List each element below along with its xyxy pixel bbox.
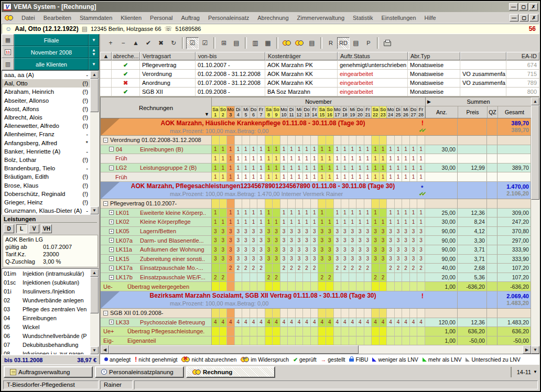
day-cell[interactable]: [242, 327, 250, 336]
day-cell[interactable]: 2: [356, 264, 364, 273]
day-cell[interactable]: [303, 199, 311, 208]
day-cell[interactable]: [395, 327, 403, 336]
day-cell[interactable]: [356, 282, 364, 291]
day-cell[interactable]: 1: [326, 217, 334, 226]
day-cell[interactable]: 1: [402, 217, 410, 226]
client-list-scrollbar[interactable]: ▲ ▼: [90, 71, 99, 214]
day-cell[interactable]: 2: [326, 273, 334, 282]
day-cell[interactable]: [387, 327, 395, 336]
day-cell[interactable]: 2: [341, 264, 349, 273]
day-cell[interactable]: 3: [212, 255, 220, 264]
play-icon[interactable]: ▶: [427, 99, 431, 104]
day-header[interactable]: Do6: [250, 106, 258, 118]
day-cell[interactable]: [372, 136, 380, 145]
day-cell[interactable]: 1: [311, 154, 319, 163]
day-cell[interactable]: [402, 327, 410, 336]
day-cell[interactable]: 3: [410, 255, 418, 264]
day-cell[interactable]: [212, 327, 220, 336]
day-cell[interactable]: [242, 309, 250, 318]
day-cell[interactable]: 4: [227, 318, 235, 327]
day-cell[interactable]: 1: [372, 145, 380, 154]
day-cell[interactable]: [417, 136, 425, 145]
client-row[interactable]: Bolz, Lothar(!): [2, 156, 90, 164]
day-cell[interactable]: 3: [402, 236, 410, 245]
day-header[interactable]: Mi26: [402, 106, 410, 118]
day-header[interactable]: Sa8: [265, 106, 273, 118]
day-header[interactable]: So2: [220, 106, 228, 118]
service-row[interactable]: 02Wundverbände anlegen: [2, 296, 90, 304]
day-cell[interactable]: 1: [250, 172, 258, 181]
day-cell[interactable]: 1: [326, 154, 334, 163]
day-cell[interactable]: 3: [380, 245, 387, 254]
day-cell[interactable]: [303, 309, 311, 318]
day-cell[interactable]: [227, 327, 235, 336]
scroll-down-icon[interactable]: ▼: [90, 346, 99, 354]
remove-icon[interactable]: −: [117, 37, 129, 49]
day-cell[interactable]: [311, 199, 319, 208]
day-cell[interactable]: 1: [265, 209, 273, 217]
day-cell[interactable]: 1: [318, 145, 326, 154]
collapse-icon[interactable]: −: [103, 201, 108, 206]
day-cell[interactable]: [257, 273, 265, 282]
day-cell[interactable]: 4: [250, 318, 258, 327]
day-cell[interactable]: 4: [341, 318, 349, 327]
collapse-icon[interactable]: +: [109, 320, 114, 324]
day-cell[interactable]: [273, 199, 280, 208]
day-cell[interactable]: [311, 282, 319, 291]
day-cell[interactable]: [273, 136, 280, 145]
cancel-icon[interactable]: ✖: [155, 37, 167, 49]
day-cell[interactable]: [250, 282, 258, 291]
day-header[interactable]: Do27: [410, 106, 418, 118]
day-cell[interactable]: [395, 136, 403, 145]
day-cell[interactable]: [235, 327, 243, 336]
day-cell[interactable]: [334, 136, 342, 145]
day-cell[interactable]: [334, 282, 342, 291]
day-cell[interactable]: 1: [212, 217, 220, 226]
day-header[interactable]: Fr21: [364, 106, 372, 118]
scroll-track[interactable]: [90, 112, 99, 206]
day-cell[interactable]: 1: [250, 164, 258, 172]
day-cell[interactable]: 3: [334, 245, 342, 254]
rd-mode-button[interactable]: RD: [337, 37, 350, 49]
day-cell[interactable]: 1: [402, 154, 410, 163]
day-cell[interactable]: [303, 336, 311, 345]
day-cell[interactable]: 1: [334, 164, 342, 172]
client-row[interactable]: Brandenburg, Tielo-: [2, 164, 90, 172]
contract-col-header[interactable]: Kostenträger: [265, 52, 338, 60]
day-cell[interactable]: 3: [364, 245, 372, 254]
day-cell[interactable]: [341, 273, 349, 282]
day-cell[interactable]: 1: [235, 145, 243, 154]
client-row[interactable]: aaa, aa (A)-: [2, 71, 90, 79]
day-cell[interactable]: 1: [395, 217, 403, 226]
day-cell[interactable]: 1: [356, 209, 364, 217]
row-label[interactable]: −04Einreibungen (B): [101, 145, 212, 154]
client-row[interactable]: Doberschütz, Reginald(!): [2, 190, 90, 198]
day-cell[interactable]: 3: [242, 245, 250, 254]
day-cell[interactable]: 2: [280, 264, 288, 273]
scroll-up-icon[interactable]: ▲: [90, 269, 99, 277]
menu-item-abrechnung[interactable]: Abrechnung: [253, 14, 293, 22]
day-cell[interactable]: [380, 336, 387, 345]
day-cell[interactable]: 3: [380, 227, 387, 236]
clocks-alt-icon[interactable]: [293, 37, 306, 49]
service-row[interactable]: 03Pflege des zentralen Ven: [2, 304, 90, 313]
day-cell[interactable]: 3: [395, 227, 403, 236]
day-cell[interactable]: 3: [311, 236, 319, 245]
day-header[interactable]: Di18: [341, 106, 349, 118]
day-header[interactable]: Do20: [356, 106, 364, 118]
day-cell[interactable]: [349, 327, 357, 336]
day-cell[interactable]: 1: [372, 172, 380, 181]
day-cell[interactable]: [303, 273, 311, 282]
day-cell[interactable]: [242, 273, 250, 282]
day-cell[interactable]: 3: [273, 255, 280, 264]
day-cell[interactable]: 3: [372, 227, 380, 236]
day-cell[interactable]: [349, 309, 357, 318]
day-cell[interactable]: [303, 282, 311, 291]
menu-item-hilfe[interactable]: Hilfe: [420, 14, 440, 22]
day-cell[interactable]: [257, 199, 265, 208]
day-cell[interactable]: [220, 264, 228, 273]
day-cell[interactable]: 1: [220, 154, 228, 163]
client-row[interactable]: Grieger, Heinz(!): [2, 198, 90, 206]
day-header[interactable]: Sa22: [372, 106, 380, 118]
day-cell[interactable]: 3: [303, 245, 311, 254]
